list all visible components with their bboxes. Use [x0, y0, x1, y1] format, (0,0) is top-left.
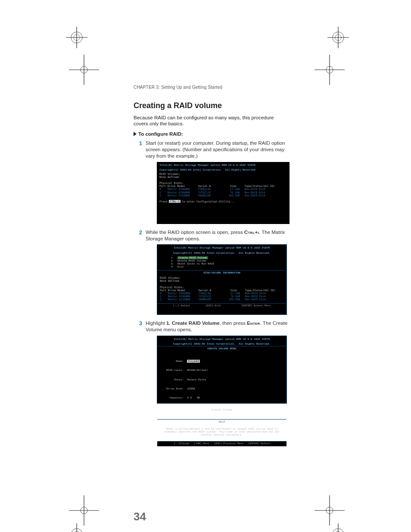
bios-header-line: Copyright(C) 2003-05 Intel Corporation. … — [157, 167, 290, 171]
bios-create-volume-fields: Name: Volume0 RAID Level: RAID0(Stripe) … — [157, 351, 286, 420]
procedure-heading: To configure RAID: — [134, 131, 290, 137]
keycap: Ctrl+i — [244, 230, 259, 235]
step-text: Start (or restart) your computer. During… — [146, 140, 285, 159]
svg-point-21 — [333, 529, 344, 532]
step-2: 2 While the RAID option screen is open, … — [144, 229, 290, 315]
content-column: Creating a RAID volume Because RAID can … — [134, 101, 290, 409]
step-number: 2 — [134, 229, 142, 236]
svg-point-6 — [81, 66, 87, 73]
svg-point-20 — [81, 507, 87, 514]
bios-header-line: Intel(R) Matrix Storage Manager option R… — [157, 162, 290, 167]
step-text-pre: Highlight — [146, 320, 166, 326]
crop-mark-icon — [314, 55, 345, 85]
bios-disk-info: RAID Volumes: None defined. Physical Dis… — [157, 275, 286, 303]
crop-target-icon — [327, 27, 349, 48]
bios-screenshot-matrix-manager: Intel(R) Matrix Storage Manager option R… — [157, 244, 287, 315]
bios-panel-label: CREATE VOLUME MENU — [157, 346, 286, 351]
bios-footer-keys: [↑↓]Change [TAB]-Next [ESC]-Previous Men… — [157, 441, 286, 446]
svg-point-8 — [335, 34, 341, 40]
crop-mark-icon — [314, 495, 345, 526]
crop-target-icon — [327, 523, 349, 532]
bios-header-line: Intel(R) Matrix Storage Manager option R… — [157, 245, 286, 249]
svg-point-7 — [333, 32, 344, 43]
running-header: CHAPTER 3: Setting Up and Getting Starte… — [134, 85, 222, 90]
bios-panel-label: HELP — [157, 419, 286, 424]
svg-point-0 — [71, 32, 82, 43]
svg-point-27 — [326, 507, 333, 514]
crop-target-icon — [66, 27, 87, 48]
step-number: 1 — [134, 140, 142, 147]
bios-screenshot-create-volume: Intel(R) Matrix Storage Manager option R… — [157, 336, 287, 404]
triangle-right-icon — [134, 132, 137, 136]
bios-menu-item-create: 1. Create RAID Volume — [160, 256, 284, 259]
bios-screenshot-raid-option: Intel(R) Matrix Storage Manager option R… — [157, 162, 290, 224]
bios-menu-item-reset: 3. Reset Disks to Non-RAID — [160, 262, 284, 265]
bios-header-line: Copyright(C) 2003-05 Intel Corporation. … — [157, 250, 286, 255]
bold-ui-label: 1. Create RAID Volume — [166, 320, 220, 326]
bios-menu-item-exit: 4. Exit — [160, 265, 284, 268]
step-text-mid: , then press — [220, 320, 247, 326]
svg-point-1 — [74, 34, 80, 40]
bios-header-line: Copyright(C) 2003-05 Intel Corporation. … — [157, 341, 286, 345]
intro-paragraph: Because RAID can be configured so many w… — [134, 115, 290, 127]
crop-mark-icon — [69, 495, 99, 526]
step-3: 3 Highlight 1. Create RAID Volume, then … — [144, 320, 290, 404]
step-text-pre: While the RAID option screen is open, pr… — [146, 230, 244, 235]
step-1: 1 Start (or restart) your computer. Duri… — [144, 140, 290, 224]
chapter-label: CHAPTER 3: — [134, 85, 160, 90]
bios-help-text: Enter a string between 1 and 16 characte… — [157, 424, 286, 441]
page-number: 34 — [134, 510, 146, 523]
bios-body: RAID Volumes: None defined. Physical Dis… — [157, 171, 290, 205]
bios-panel-label: DISK/VOLUME INFORMATION — [157, 270, 286, 275]
bios-main-menu: 1. Create RAID Volume 2. Delete RAID Vol… — [157, 255, 286, 271]
bios-header-line: Intel(R) Matrix Storage Manager option R… — [157, 336, 286, 341]
crop-target-icon — [66, 523, 87, 532]
crop-mark-icon — [69, 55, 99, 85]
step-number: 3 — [134, 320, 142, 327]
svg-point-13 — [326, 66, 333, 73]
keycap: Enter — [247, 320, 260, 326]
procedure-heading-text: To configure RAID: — [138, 131, 183, 137]
svg-point-14 — [71, 529, 82, 532]
bios-menu-item-delete: 2. Delete RAID Volume — [160, 259, 284, 262]
chapter-title: Setting Up and Getting Started — [160, 85, 222, 90]
bios-footer-keys: [↑↓]-Select [ESC]-Exit [ENTER]-Select Me… — [157, 303, 286, 308]
section-title: Creating a RAID volume — [134, 101, 290, 110]
